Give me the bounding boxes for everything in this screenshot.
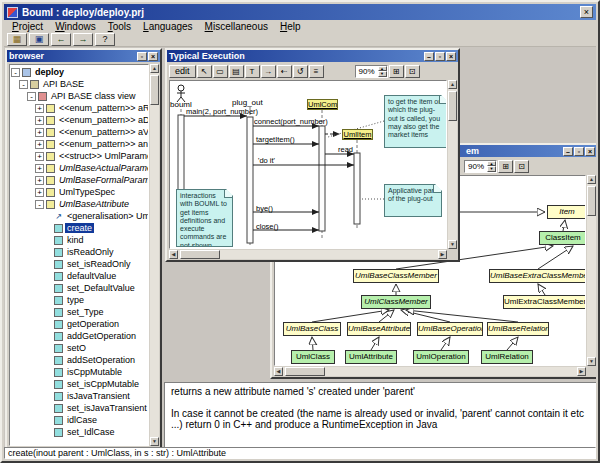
- tree-item-set-isreadonly[interactable]: set_isReadOnly: [10, 258, 148, 270]
- tree-item-type[interactable]: type: [10, 294, 148, 306]
- edit-menu-button[interactable]: edit: [169, 65, 196, 78]
- optimal-scale-icon[interactable]: ⊡: [514, 160, 529, 173]
- tree-item-kind[interactable]: kind: [10, 234, 148, 246]
- activation-bar[interactable]: [354, 153, 360, 224]
- description-panel[interactable]: returns a new attribute named 's' create…: [164, 382, 596, 447]
- generalisation-line[interactable]: [371, 337, 379, 350]
- maximize-button[interactable]: ▫: [435, 52, 445, 61]
- tree-item-getoperation[interactable]: getOperation: [10, 318, 148, 330]
- save-icon[interactable]: ▣: [29, 33, 49, 46]
- tree-item-set-isjavatransient[interactable]: set_isJavaTransient: [10, 402, 148, 414]
- maximize-button[interactable]: ▫: [574, 147, 584, 156]
- continuation-tool-icon[interactable]: ≡: [309, 65, 324, 78]
- generalisation-line[interactable]: [507, 337, 518, 350]
- spin-down-icon[interactable]: ▼: [378, 71, 387, 77]
- class-box-umlclassmember[interactable]: UmlClassMember: [361, 295, 431, 309]
- scroll-thumb[interactable]: [150, 75, 159, 105]
- expand-icon[interactable]: +: [35, 140, 44, 149]
- scroll-track[interactable]: [587, 184, 596, 357]
- tree-item-umlbaseformalparameter[interactable]: +UmlBaseFormalParameter: [10, 174, 148, 186]
- tree-item-isjavatransient[interactable]: isJavaTransient: [10, 390, 148, 402]
- tree-item-enum-pattern-avisibility[interactable]: +<<enum_pattern>> aVisibility: [10, 126, 148, 138]
- tree-item-set-idlcase[interactable]: set_IdlCase: [10, 426, 148, 438]
- class-box-umlbaseattribute[interactable]: UmlBaseAttribute: [347, 322, 411, 336]
- scroll-up-icon[interactable]: ▲: [448, 80, 457, 89]
- expand-icon[interactable]: +: [35, 152, 44, 161]
- collapse-icon[interactable]: -: [27, 92, 36, 101]
- text-tool-icon[interactable]: T: [245, 65, 260, 78]
- tree-item-umlbaseactualparameter[interactable]: +UmlBaseActualParameter: [10, 162, 148, 174]
- collapse-icon[interactable]: -: [11, 68, 20, 77]
- navigate-right-icon[interactable]: →: [73, 33, 93, 46]
- package-icon[interactable]: ▦: [7, 33, 27, 46]
- object-box-umlcom[interactable]: UmlCom: [307, 99, 338, 110]
- message-tool-icon[interactable]: →: [261, 65, 276, 78]
- object-box-umlitem[interactable]: UmlItem: [342, 129, 373, 140]
- scroll-track[interactable]: [178, 250, 438, 259]
- sequence-diagram-canvas[interactable]: boumlplug_outUmlComUmlItemmain(2, port_n…: [169, 80, 447, 249]
- scroll-left-icon[interactable]: ◀: [169, 250, 178, 259]
- collapse-icon[interactable]: -: [19, 80, 28, 89]
- tree-item-set-type[interactable]: set_Type: [10, 306, 148, 318]
- tree-item-set-iscppmutable[interactable]: set_isCppMutable: [10, 378, 148, 390]
- generalisation-line[interactable]: [441, 337, 450, 350]
- tree-item-enum-pattern-adirection[interactable]: +<<enum_pattern>> aDirection: [10, 114, 148, 126]
- expand-icon[interactable]: +: [35, 188, 44, 197]
- activation-bar[interactable]: [247, 117, 253, 243]
- tree-item-api-base[interactable]: -API BASE: [10, 78, 148, 90]
- tree-item-api-base-class-view[interactable]: -API BASE class view: [10, 90, 148, 102]
- expand-icon[interactable]: +: [35, 128, 44, 137]
- maximize-button[interactable]: ▫: [137, 52, 147, 61]
- tree-item-iscppmutable[interactable]: isCppMutable: [10, 366, 148, 378]
- collapse-icon[interactable]: -: [35, 200, 44, 209]
- generalisation-line[interactable]: [312, 310, 389, 322]
- class-box-umlattribute[interactable]: UmlAttribute: [345, 350, 397, 364]
- tree-item-struct-umlparameter[interactable]: +<<struct>> UmlParameter: [10, 150, 148, 162]
- menu-languages[interactable]: Languages: [137, 21, 199, 32]
- select-tool-icon[interactable]: ↖: [197, 65, 212, 78]
- note[interactable]: interactions with BOUML to get items def…: [176, 189, 233, 247]
- tree-item-create[interactable]: create: [10, 222, 148, 234]
- activation-bar[interactable]: [319, 126, 325, 231]
- help-icon[interactable]: ?: [95, 33, 115, 46]
- tree-item-generalisation-umlclass[interactable]: ↗<generalisation> UmlClass: [10, 210, 148, 222]
- fragment-tool-icon[interactable]: ▭: [213, 65, 228, 78]
- browser-scrollbar[interactable]: ▲▼: [150, 64, 159, 446]
- generalisation-line[interactable]: [312, 337, 313, 350]
- scroll-track[interactable]: [448, 89, 457, 240]
- note[interactable]: Applicative part of the plug-out: [384, 184, 442, 217]
- close-button[interactable]: ×: [148, 52, 158, 61]
- expand-icon[interactable]: +: [35, 116, 44, 125]
- class-box-item[interactable]: Item: [547, 205, 586, 219]
- class-box-umloperation[interactable]: UmlOperation: [413, 350, 469, 364]
- generalisation-line[interactable]: [538, 246, 573, 269]
- return-message-tool-icon[interactable]: ⇠: [277, 65, 292, 78]
- generalisation-line[interactable]: [379, 310, 394, 322]
- self-message-tool-icon[interactable]: ↺: [293, 65, 308, 78]
- scroll-right-icon[interactable]: ▶: [438, 250, 447, 259]
- navigate-left-icon[interactable]: ←: [51, 33, 71, 46]
- browser-window[interactable]: browser ▫ × -deploy-API BASE-API BASE cl…: [5, 48, 162, 447]
- tree-item-addsetoperation[interactable]: addSetOperation: [10, 354, 148, 366]
- minimize-button[interactable]: –: [563, 147, 573, 156]
- class-horizontal-scrollbar[interactable]: ◀▶: [274, 367, 586, 376]
- zoom-spinbox[interactable]: 90% ▲ ▼: [355, 65, 388, 78]
- generalisation-line[interactable]: [563, 220, 565, 231]
- browser-tree[interactable]: -deploy-API BASE-API BASE class view+<<e…: [9, 64, 149, 446]
- class-box-umlbaseoperation[interactable]: UmlBaseOperation: [417, 322, 483, 336]
- seq-horizontal-scrollbar[interactable]: ◀▶: [169, 250, 447, 259]
- close-button[interactable]: ×: [585, 147, 595, 156]
- menu-project[interactable]: Project: [6, 21, 49, 32]
- expand-icon[interactable]: +: [35, 104, 44, 113]
- class-box-umlclass[interactable]: UmlClass: [291, 350, 335, 364]
- scroll-down-icon[interactable]: ▼: [587, 357, 596, 366]
- seq-window-titlebar[interactable]: Typical Execution – ▫ ×: [167, 50, 458, 62]
- tree-item-enum-pattern-anitemkin[interactable]: +<<enum_pattern>> anItemKin: [10, 138, 148, 150]
- class-box-umlbaseclass[interactable]: UmlBaseClass: [283, 322, 341, 336]
- tree-item-idlcase[interactable]: idlCase: [10, 414, 148, 426]
- tree-item-seto[interactable]: setO: [10, 342, 148, 354]
- scroll-thumb[interactable]: [448, 91, 457, 121]
- tree-item-enum-pattern-arelationk[interactable]: +<<enum_pattern>> aRelationK: [10, 102, 148, 114]
- expand-icon[interactable]: +: [35, 176, 44, 185]
- browser-titlebar[interactable]: browser ▫ ×: [7, 50, 160, 62]
